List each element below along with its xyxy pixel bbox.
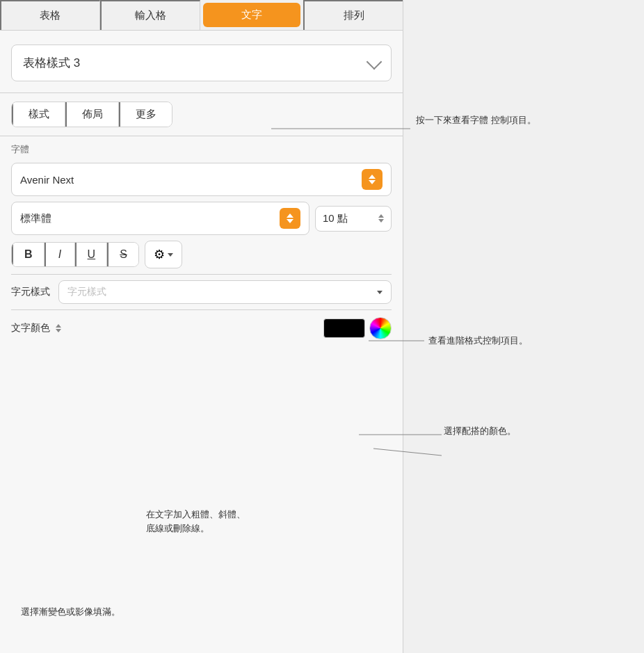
main-panel: 表格 輸入格 文字 排列 表格樣式 3 樣式 佈局 更多 字體 Avenir N… xyxy=(0,0,403,653)
gear-chevron-icon xyxy=(168,253,173,257)
char-style-label: 字元樣式 xyxy=(11,286,53,298)
arrow-up-icon xyxy=(369,175,376,179)
format-buttons: B I U S xyxy=(11,242,139,267)
font-size-stepper[interactable] xyxy=(378,214,384,223)
font-style-arrow-up xyxy=(287,213,293,218)
text-color-label: 文字顏色 xyxy=(11,322,50,334)
stepper-arrows xyxy=(369,175,376,184)
sub-tabs-row: 樣式 佈局 更多 xyxy=(0,93,403,136)
text-color-right xyxy=(323,317,392,339)
text-color-row: 文字顏色 xyxy=(11,309,392,346)
font-name-text: Avenir Next xyxy=(20,174,74,186)
sub-tab-layout[interactable]: 佈局 xyxy=(65,102,119,127)
font-section-label: 字體 xyxy=(0,136,403,160)
color-wheel-button[interactable] xyxy=(369,317,392,339)
gear-button[interactable]: ⚙ xyxy=(145,241,182,268)
bold-button[interactable]: B xyxy=(12,243,45,266)
top-tabs: 表格 輸入格 文字 排列 xyxy=(0,0,403,31)
strikethrough-button[interactable]: S xyxy=(107,243,138,266)
annotation-gradient-hint: 選擇漸變色或影像填滿。 xyxy=(21,605,120,619)
font-size-box[interactable]: 10 點 xyxy=(315,206,392,232)
sub-tab-style[interactable]: 樣式 xyxy=(12,102,65,127)
annotation-sub-tabs-hint: 按一下來查看字體 控制項目。 xyxy=(416,113,536,127)
tab-text[interactable]: 文字 xyxy=(203,3,301,27)
annotation-matched-color-hint: 選擇配搭的顏色。 xyxy=(444,424,516,438)
italic-button[interactable]: I xyxy=(45,243,75,266)
char-style-chevron-icon xyxy=(377,291,383,294)
font-style-row: 標準體 10 點 xyxy=(11,202,392,235)
format-row: B I U S ⚙ xyxy=(11,241,392,268)
underline-button[interactable]: U xyxy=(75,243,108,266)
font-size-text: 10 點 xyxy=(323,212,348,225)
size-arrow-down-icon xyxy=(378,219,384,223)
annotation-gear-hint: 查看進階格式控制項目。 xyxy=(428,334,528,348)
font-style-stepper-arrows xyxy=(287,213,293,223)
char-style-placeholder: 字元樣式 xyxy=(67,286,106,298)
annotation-format-hint: 在文字加入粗體、斜體、底線或刪除線。 xyxy=(146,508,245,535)
text-color-arrow-down-icon xyxy=(56,329,61,332)
font-style-box[interactable]: 標準體 xyxy=(11,202,309,235)
gear-icon: ⚙ xyxy=(154,247,165,262)
tab-table[interactable]: 表格 xyxy=(0,0,100,30)
font-style-stepper[interactable] xyxy=(280,208,300,229)
tab-row[interactable]: 排列 xyxy=(303,0,403,30)
text-color-stepper[interactable] xyxy=(56,324,61,332)
sub-tabs: 樣式 佈局 更多 xyxy=(11,102,172,127)
font-style-text: 標準體 xyxy=(20,212,51,225)
outer-wrapper: 表格 輸入格 文字 排列 表格樣式 3 樣式 佈局 更多 字體 Avenir N… xyxy=(0,0,644,653)
color-swatch[interactable] xyxy=(323,319,365,338)
style-dropdown[interactable]: 表格樣式 3 xyxy=(11,45,392,81)
font-name-stepper[interactable] xyxy=(362,169,383,190)
style-dropdown-label: 表格樣式 3 xyxy=(23,55,80,71)
chevron-down-icon xyxy=(367,54,383,70)
text-color-left: 文字顏色 xyxy=(11,322,61,334)
text-color-arrow-up-icon xyxy=(56,324,61,328)
font-name-row[interactable]: Avenir Next xyxy=(11,163,392,196)
char-style-row: 字元樣式 字元樣式 xyxy=(11,274,392,309)
size-arrow-up-icon xyxy=(378,214,384,218)
arrow-down-icon xyxy=(369,180,376,184)
font-style-arrow-down xyxy=(287,219,293,223)
tab-input[interactable]: 輸入格 xyxy=(100,0,200,30)
char-style-dropdown[interactable]: 字元樣式 xyxy=(58,280,392,304)
sub-tab-more[interactable]: 更多 xyxy=(119,102,172,127)
